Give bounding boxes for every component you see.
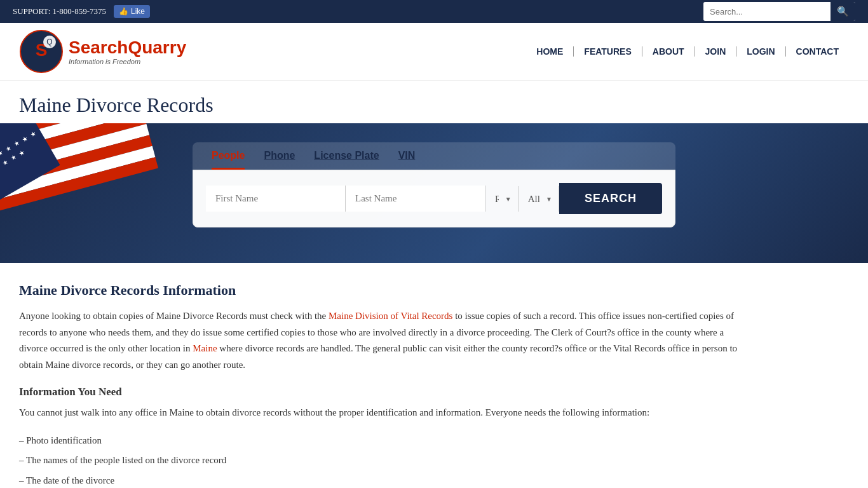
flag-decoration: ★ ★ ★ ★ ★ ★ ★ ★ ★ ★ ★ ★ bbox=[0, 123, 203, 263]
star: ★ bbox=[29, 130, 37, 139]
list-item: – The names of the people listed on the … bbox=[19, 451, 743, 471]
star: ★ bbox=[1, 158, 10, 167]
star: ★ bbox=[4, 144, 12, 152]
top-search-button[interactable]: 🔍 bbox=[831, 2, 855, 21]
logo-brand: SearchQuarry bbox=[69, 37, 186, 58]
page-title: Maine Divorce Records bbox=[19, 93, 849, 117]
nav-login[interactable]: LOGIN bbox=[736, 46, 785, 57]
tab-license-plate[interactable]: License Plate bbox=[314, 150, 379, 170]
star: ★ bbox=[10, 153, 18, 162]
main-nav: HOME FEATURES ABOUT JOIN LOGIN CONTACT bbox=[526, 46, 849, 57]
search-tabs: People Phone License Plate VIN bbox=[193, 142, 675, 170]
top-search-input[interactable] bbox=[703, 4, 831, 20]
star: ★ bbox=[0, 149, 4, 158]
nav-home[interactable]: HOME bbox=[526, 46, 574, 57]
flag-stripes: ★ ★ ★ ★ ★ ★ ★ ★ ★ ★ ★ ★ bbox=[0, 123, 187, 263]
search-button[interactable]: SEARCH bbox=[559, 183, 662, 214]
record-type-select[interactable]: Record TypeCriminal RecordsBackground Ch… bbox=[485, 186, 518, 212]
last-name-input[interactable] bbox=[346, 186, 485, 212]
info-body: You cannot just walk into any office in … bbox=[19, 405, 743, 421]
top-bar: SUPPORT: 1-800-859-7375 👍 Like 🔍 bbox=[0, 0, 868, 23]
list-item: – The date of the divorce bbox=[19, 471, 743, 489]
tab-vin[interactable]: VIN bbox=[398, 150, 416, 170]
nav-join[interactable]: JOIN bbox=[695, 46, 737, 57]
hero-banner: ★ ★ ★ ★ ★ ★ ★ ★ ★ ★ ★ ★ Peop bbox=[0, 123, 868, 263]
tab-phone[interactable]: Phone bbox=[264, 150, 295, 170]
record-type-wrapper: Record TypeCriminal RecordsBackground Ch… bbox=[485, 186, 519, 212]
search-container: People Phone License Plate VIN Record Ty… bbox=[193, 142, 675, 227]
logo: S Q SearchQuarry Information is Freedom bbox=[19, 29, 186, 74]
info-heading: Information You Need bbox=[19, 386, 743, 398]
fb-like-button[interactable]: 👍 Like bbox=[114, 5, 150, 18]
star: ★ bbox=[0, 163, 1, 172]
top-bar-left: SUPPORT: 1-800-859-7375 👍 Like bbox=[13, 5, 150, 18]
state-select[interactable]: All StatesAlabamaAlaskaArizonaArkansasCa… bbox=[519, 186, 559, 212]
logo-icon: S Q bbox=[19, 29, 64, 74]
maine-link[interactable]: Maine bbox=[193, 343, 217, 353]
search-icon: 🔍 bbox=[837, 6, 849, 17]
state-select-wrapper: All StatesAlabamaAlaskaArizonaArkansasCa… bbox=[519, 186, 559, 212]
star: ★ bbox=[18, 149, 26, 158]
first-name-input[interactable] bbox=[206, 186, 346, 212]
content-area: Maine Divorce Records Information Anyone… bbox=[0, 263, 763, 488]
vital-records-link[interactable]: Maine Division of Vital Records bbox=[329, 311, 452, 321]
support-label: SUPPORT: 1-800-859-7375 bbox=[13, 6, 106, 17]
fb-thumb-icon: 👍 bbox=[119, 7, 128, 16]
section-title: Maine Divorce Records Information bbox=[19, 282, 743, 299]
header: S Q SearchQuarry Information is Freedom … bbox=[0, 23, 868, 81]
page-title-bar: Maine Divorce Records bbox=[0, 81, 868, 123]
star: ★ bbox=[20, 134, 29, 143]
list-item: – Photo identification bbox=[19, 431, 743, 451]
svg-text:Q: Q bbox=[46, 37, 52, 46]
nav-about[interactable]: ABOUT bbox=[642, 46, 695, 57]
top-search-box: 🔍 bbox=[703, 2, 855, 21]
star: ★ bbox=[12, 139, 20, 148]
content-paragraph-1: Anyone looking to obtain copies of Maine… bbox=[19, 308, 743, 373]
logo-text: SearchQuarry Information is Freedom bbox=[69, 37, 186, 65]
nav-features[interactable]: FEATURES bbox=[574, 46, 642, 57]
tab-people[interactable]: People bbox=[212, 150, 245, 170]
nav-contact[interactable]: CONTACT bbox=[786, 46, 849, 57]
search-form: Record TypeCriminal RecordsBackground Ch… bbox=[193, 170, 675, 227]
logo-tagline: Information is Freedom bbox=[69, 58, 186, 65]
requirements-list: – Photo identification– The names of the… bbox=[19, 431, 743, 489]
